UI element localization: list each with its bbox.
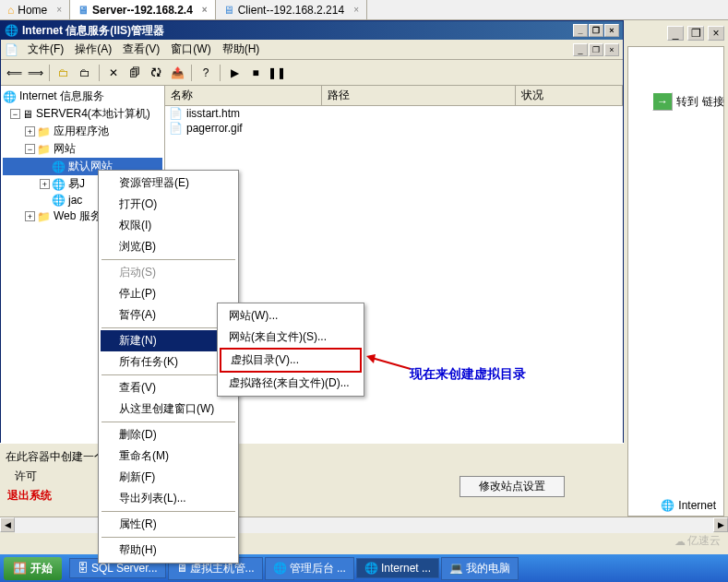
mmc-icon: 📄 [5, 43, 18, 56]
status-line: 在此容器中创建一个 [4, 447, 620, 467]
ctx-help[interactable]: 帮助(H) [101, 540, 236, 561]
up-button[interactable]: 🗀 [54, 64, 73, 82]
ctx-export[interactable]: 导出列表(L)... [101, 488, 236, 509]
watermark: ☁ 亿速云 [674, 533, 721, 549]
forward-button[interactable]: ⟹ [26, 64, 44, 82]
internet-zone-icon: 🌐 [661, 499, 674, 512]
menu-action[interactable]: 操作(A) [69, 40, 117, 59]
title-bar: 🌐 Internet 信息服务(IIS)管理器 _ ❐ × [1, 21, 623, 40]
collapse-icon[interactable]: − [10, 109, 20, 119]
start-icon: 🪟 [13, 562, 27, 575]
go-label: 转到 [676, 94, 698, 110]
pause-button[interactable]: ❚❚ [268, 64, 286, 82]
tab-client[interactable]: 🖥 Client--192.168.2.214 × [216, 0, 367, 19]
col-name[interactable]: 名称 [165, 86, 322, 105]
ctx-rename[interactable]: 重命名(M) [101, 445, 236, 467]
internet-zone-label: Internet [678, 499, 716, 512]
globe-icon: 🌐 [3, 90, 17, 103]
scroll-right-icon[interactable]: ▶ [713, 517, 728, 532]
win-restore-icon[interactable]: ❐ [687, 26, 704, 41]
menu-view[interactable]: 查看(V) [117, 40, 165, 59]
exit-system-link[interactable]: 退出系统 [4, 486, 55, 505]
ctx-browse[interactable]: 浏览(B) [101, 236, 236, 257]
ctx-explorer[interactable]: 资源管理器(E) [101, 172, 236, 194]
ctx-permissions[interactable]: 权限(I) [101, 215, 236, 236]
menubar: 📄 文件(F) 操作(A) 查看(V) 窗口(W) 帮助(H) _ ❐ × [1, 40, 623, 60]
stop-button[interactable]: ■ [246, 64, 265, 82]
ctx-start[interactable]: 启动(S) [101, 262, 236, 283]
content-area: 🌐 Internet 信息服务 − 🖥 SERVER4(本地计算机) + 📁 应… [1, 86, 623, 457]
properties-button[interactable]: 🗐 [125, 64, 144, 82]
ctx-open[interactable]: 打开(O) [101, 194, 236, 215]
sub-vpath[interactable]: 虚拟路径(来自文件)(D)... [220, 373, 362, 394]
sub-website-file[interactable]: 网站(来自文件)(S)... [220, 327, 362, 348]
win-close-icon[interactable]: × [708, 26, 724, 41]
col-path[interactable]: 路径 [322, 86, 516, 105]
start-button[interactable]: 🪟 开始 [4, 557, 62, 580]
list-item[interactable]: 📄 pagerror.gif [165, 121, 623, 136]
tab-label: Home [18, 4, 47, 17]
ctx-delete[interactable]: 删除(D) [101, 424, 236, 445]
close-button[interactable]: × [604, 24, 619, 37]
tab-home[interactable]: ⌂ Home × [0, 0, 70, 19]
ctx-refresh[interactable]: 刷新(F) [101, 467, 236, 488]
ctx-properties[interactable]: 属性(R) [101, 514, 236, 535]
file-icon: 📄 [169, 122, 183, 135]
menu-help[interactable]: 帮助(H) [217, 40, 266, 59]
file-icon: 📄 [169, 107, 183, 120]
help-button[interactable]: ? [197, 64, 215, 82]
win-min-icon[interactable]: _ [667, 26, 684, 41]
child-restore-button[interactable]: ❐ [589, 43, 603, 56]
refresh-button[interactable]: 🗘 [147, 64, 165, 82]
task-mycomputer[interactable]: 💻我的电脑 [441, 557, 519, 580]
tree-server[interactable]: − 🖥 SERVER4(本地计算机) [3, 105, 162, 123]
close-icon[interactable]: × [56, 5, 62, 15]
expand-icon[interactable]: + [40, 179, 50, 189]
ctx-stop[interactable]: 停止(P) [101, 283, 236, 304]
start-button[interactable]: ▶ [225, 64, 244, 82]
tab-server[interactable]: 🖥 Server--192.168.2.4 × [70, 0, 216, 19]
scroll-left-icon[interactable]: ◀ [0, 517, 15, 532]
svg-marker-5 [366, 354, 376, 363]
menu-window[interactable]: 窗口(W) [165, 40, 216, 59]
sub-website[interactable]: 网站(W)... [220, 305, 362, 327]
go-button[interactable]: → [652, 92, 673, 111]
tree-websites[interactable]: − 📁 网站 [3, 140, 162, 158]
list-item[interactable]: 📄 iisstart.htm [165, 106, 623, 121]
minimize-button[interactable]: _ [573, 24, 588, 37]
maximize-button[interactable]: ❐ [589, 24, 603, 37]
show-tree-button[interactable]: 🗀 [76, 64, 94, 82]
submenu-new: 网站(W)... 网站(来自文件)(S)... 虚拟目录(V)... 虚拟路径(… [217, 303, 364, 397]
app-icon: 🌐 [5, 24, 18, 37]
app-icon: 🌐 [273, 562, 287, 575]
collapse-icon[interactable]: − [25, 144, 35, 154]
delete-button[interactable]: ✕ [104, 64, 123, 82]
expand-icon[interactable]: + [25, 126, 35, 137]
close-icon[interactable]: × [202, 5, 208, 15]
child-minimize-button[interactable]: _ [573, 43, 588, 56]
browser-tabs: ⌂ Home × 🖥 Server--192.168.2.4 × 🖥 Clien… [0, 0, 728, 20]
app-icon: 🗄 [78, 562, 89, 575]
client-icon: 🖥 [223, 4, 234, 17]
child-close-button[interactable]: × [604, 43, 619, 56]
menu-file[interactable]: 文件(F) [22, 40, 69, 59]
tree-app-pool[interactable]: + 📁 应用程序池 [3, 123, 162, 140]
status-permission: 许可 [4, 467, 55, 486]
modify-site-button[interactable]: 修改站点设置 [459, 476, 565, 497]
expand-icon[interactable]: + [25, 211, 35, 221]
col-status[interactable]: 状况 [516, 86, 623, 105]
svg-line-4 [372, 358, 411, 369]
sub-vdir[interactable]: 虚拟目录(V)... [220, 348, 362, 373]
task-iis[interactable]: 🌐Internet ... [356, 558, 439, 578]
export-button[interactable]: 📤 [168, 64, 186, 82]
close-icon[interactable]: × [353, 5, 359, 15]
status-area: 在此容器中创建一个 许可 退出系统 修改站点设置 [0, 443, 624, 509]
ctx-new-window[interactable]: 从这里创建窗口(W) [101, 398, 236, 420]
back-button[interactable]: ⟸ [5, 64, 23, 82]
tree-root[interactable]: 🌐 Internet 信息服务 [3, 88, 162, 105]
annotation-text: 现在来创建虚拟目录 [410, 366, 526, 383]
site-icon: 🌐 [52, 194, 66, 207]
task-admin[interactable]: 🌐管理后台 ... [265, 557, 354, 580]
home-icon: ⌂ [7, 4, 14, 17]
folder-icon: 📁 [37, 125, 51, 138]
